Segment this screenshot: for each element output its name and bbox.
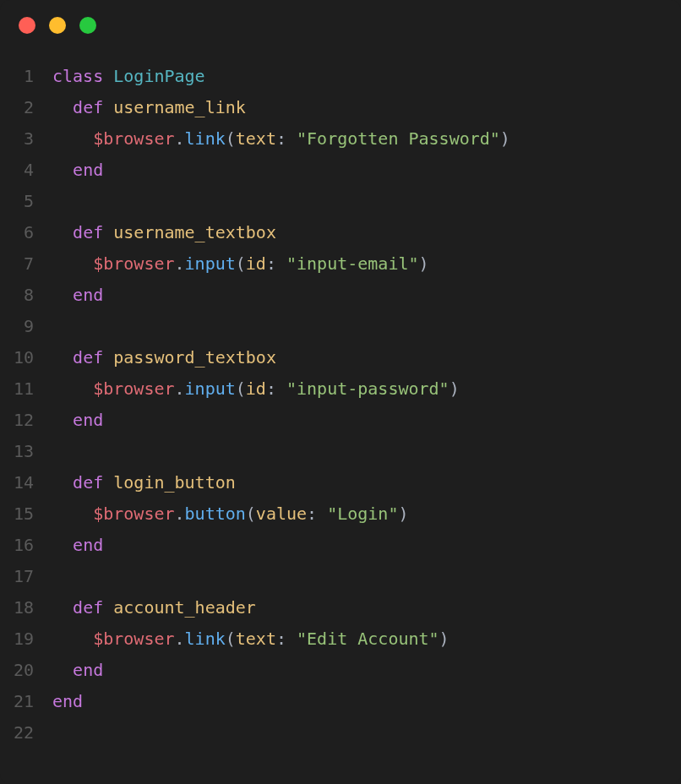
line-number: 2: [0, 92, 52, 123]
keyword-def: def: [73, 597, 103, 618]
keyword-end: end: [73, 410, 103, 430]
keyword-end: end: [73, 535, 103, 555]
code-line: 17: [0, 561, 681, 592]
line-number: 1: [0, 61, 52, 92]
line-number: 7: [0, 248, 52, 280]
line-number: 3: [0, 123, 52, 155]
symbol-key: id: [246, 378, 266, 399]
code-line: 6 def username_textbox: [0, 217, 681, 248]
keyword-end: end: [73, 160, 103, 180]
global-var: $browser: [93, 378, 174, 399]
line-number: 4: [0, 155, 52, 186]
method-call: button: [185, 504, 246, 524]
line-number: 5: [0, 186, 52, 217]
code-line: 14 def login_button: [0, 467, 681, 498]
code-line: 8 end: [0, 280, 681, 311]
keyword-end: end: [52, 691, 83, 711]
method-name: password_textbox: [113, 347, 276, 368]
code-line: 16 end: [0, 530, 681, 561]
code-line: 2 def username_link: [0, 92, 681, 123]
code-line: 18 def account_header: [0, 592, 681, 623]
method-name: login_button: [113, 472, 236, 493]
keyword-class: class: [52, 66, 103, 86]
string-literal: "Edit Account": [297, 629, 439, 649]
symbol-key: value: [256, 504, 307, 524]
line-number: 8: [0, 280, 52, 311]
minimize-icon[interactable]: [49, 17, 66, 34]
line-number: 14: [0, 467, 52, 498]
editor-window: 1 class LoginPage 2 def username_link 3 …: [0, 0, 681, 784]
line-number: 16: [0, 530, 52, 561]
global-var: $browser: [93, 629, 174, 649]
keyword-def: def: [73, 472, 103, 493]
line-number: 13: [0, 436, 52, 467]
line-number: 10: [0, 342, 52, 373]
line-number: 15: [0, 498, 52, 530]
code-line: 7 $browser.input(id: "input-email"): [0, 248, 681, 280]
keyword-def: def: [73, 222, 103, 242]
code-line: 3 $browser.link(text: "Forgotten Passwor…: [0, 123, 681, 155]
code-line: 11 $browser.input(id: "input-password"): [0, 373, 681, 405]
code-line: 20 end: [0, 655, 681, 686]
code-line: 9: [0, 311, 681, 342]
code-line: 21 end: [0, 686, 681, 717]
global-var: $browser: [93, 504, 174, 524]
window-titlebar: [0, 0, 681, 41]
string-literal: "input-email": [286, 253, 419, 274]
code-line: 22: [0, 717, 681, 749]
symbol-key: text: [236, 128, 276, 149]
line-number: 22: [0, 717, 52, 749]
method-call: link: [185, 128, 226, 149]
code-line: 5: [0, 186, 681, 217]
line-number: 6: [0, 217, 52, 248]
keyword-def: def: [73, 97, 103, 117]
line-number: 18: [0, 592, 52, 623]
line-number: 21: [0, 686, 52, 717]
method-name: username_link: [113, 97, 246, 117]
method-call: input: [185, 378, 236, 399]
line-number: 19: [0, 623, 52, 655]
keyword-end: end: [73, 660, 103, 680]
line-number: 9: [0, 311, 52, 342]
string-literal: "Login": [327, 504, 398, 524]
code-line: 13: [0, 436, 681, 467]
keyword-def: def: [73, 347, 103, 368]
symbol-key: id: [246, 253, 266, 274]
method-call: link: [185, 629, 226, 649]
string-literal: "Forgotten Password": [297, 128, 500, 149]
method-name: username_textbox: [113, 222, 276, 242]
code-line: 10 def password_textbox: [0, 342, 681, 373]
line-number: 20: [0, 655, 52, 686]
code-line: 15 $browser.button(value: "Login"): [0, 498, 681, 530]
code-line: 12 end: [0, 405, 681, 436]
global-var: $browser: [93, 128, 174, 149]
keyword-end: end: [73, 285, 103, 305]
line-number: 17: [0, 561, 52, 592]
line-number: 11: [0, 373, 52, 405]
code-line: 19 $browser.link(text: "Edit Account"): [0, 623, 681, 655]
method-name: account_header: [113, 597, 256, 618]
code-editor[interactable]: 1 class LoginPage 2 def username_link 3 …: [0, 41, 681, 749]
method-call: input: [185, 253, 236, 274]
string-literal: "input-password": [286, 378, 449, 399]
code-line: 4 end: [0, 155, 681, 186]
global-var: $browser: [93, 253, 174, 274]
line-number: 12: [0, 405, 52, 436]
symbol-key: text: [236, 629, 276, 649]
class-name: LoginPage: [113, 66, 204, 86]
zoom-icon[interactable]: [79, 17, 96, 34]
code-line: 1 class LoginPage: [0, 61, 681, 92]
close-icon[interactable]: [19, 17, 35, 34]
